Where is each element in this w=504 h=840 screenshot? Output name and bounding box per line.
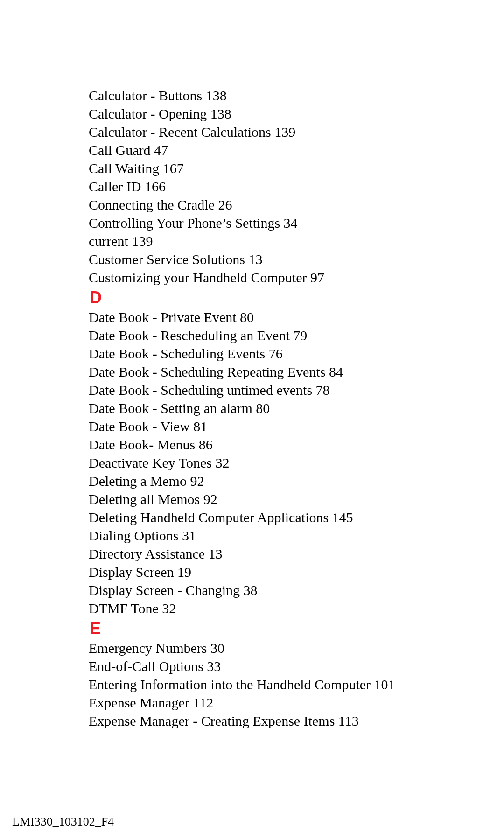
index-entry-page: 13: [209, 546, 223, 561]
index-entry-page: 38: [244, 582, 258, 598]
index-entry-text: Display Screen - Changing: [89, 582, 240, 598]
index-entry: Display Screen - Changing 38: [89, 581, 457, 599]
index-entry-text: Display Screen: [89, 564, 174, 580]
index-entry: Date Book - Scheduling Repeating Events …: [89, 363, 457, 381]
index-entry-page: 78: [316, 382, 330, 398]
index-entry-text: Date Book - Rescheduling an Event: [89, 328, 290, 343]
index-entry-page: 92: [190, 473, 204, 489]
index-entry-page: 101: [374, 677, 395, 692]
index-entry-text: DTMF Tone: [89, 601, 159, 616]
index-entry-text: Call Waiting: [89, 161, 159, 176]
index-entry: Connecting the Cradle 26: [89, 196, 457, 214]
index-entry-page: 80: [256, 400, 270, 416]
index-entry-page: 47: [154, 142, 168, 158]
index-entry-text: Date Book - Scheduling untimed events: [89, 382, 312, 398]
section-header: E: [90, 618, 457, 639]
index-entry-text: Dialing Options: [89, 528, 179, 543]
index-entry: Display Screen 19: [89, 563, 457, 581]
index-page: Calculator - Buttons 138Calculator - Ope…: [0, 0, 504, 840]
index-entry-text: Customer Service Solutions: [89, 252, 245, 267]
index-entry: Expense Manager 112: [89, 693, 457, 712]
index-entry: DTMF Tone 32: [89, 599, 457, 617]
index-entry-page: 31: [182, 528, 196, 543]
index-entry: Deleting a Memo 92: [89, 472, 457, 490]
index-entry-page: 145: [332, 510, 353, 525]
index-entry: Calculator - Recent Calculations 139: [89, 123, 457, 141]
index-entry-page: 138: [206, 88, 227, 103]
index-entry-text: Date Book- Menus: [89, 437, 195, 452]
index-entry: Calculator - Buttons 138: [89, 86, 457, 105]
index-entry: Expense Manager - Creating Expense Items…: [89, 712, 457, 730]
index-entry-text: Calculator - Buttons: [89, 88, 202, 103]
index-entry-page: 139: [132, 233, 153, 249]
index-entry-page: 19: [177, 564, 191, 580]
index-entry-text: Expense Manager: [89, 695, 189, 710]
index-entry-page: 30: [210, 640, 224, 656]
index-entry: Deleting all Memos 92: [89, 490, 457, 508]
index-entry-text: End-of-Call Options: [89, 658, 203, 674]
index-entry-page: 76: [269, 346, 283, 361]
index-entry-page: 166: [145, 179, 166, 194]
index-entry: Calculator - Opening 138: [89, 105, 457, 123]
index-entry: Date Book - View 81: [89, 417, 457, 435]
index-entry-text: Entering Information into the Handheld C…: [89, 677, 371, 692]
index-entry: Date Book - Rescheduling an Event 79: [89, 326, 457, 344]
index-entry: Date Book - Setting an alarm 80: [89, 399, 457, 417]
index-entry-text: Call Guard: [89, 142, 150, 158]
index-entry-text: Expense Manager - Creating Expense Items: [89, 713, 335, 728]
index-entry-page: 113: [338, 713, 359, 728]
index-entry-page: 34: [284, 215, 298, 231]
index-entry-text: Customizing your Handheld Computer: [89, 270, 307, 285]
index-entry: Caller ID 166: [89, 177, 457, 196]
index-entry-text: Date Book - Scheduling Events: [89, 346, 265, 361]
index-entry: Call Waiting 167: [89, 159, 457, 177]
index-entry-text: Date Book - Setting an alarm: [89, 400, 252, 416]
index-entry: Emergency Numbers 30: [89, 639, 457, 657]
index-entry-text: Date Book - View: [89, 419, 190, 434]
index-entry-text: Deleting a Memo: [89, 473, 187, 489]
index-entry-text: Connecting the Cradle: [89, 197, 215, 212]
index-entry-page: 139: [274, 124, 295, 140]
index-entry: Controlling Your Phone’s Settings 34: [89, 214, 457, 232]
index-entry-text: Deleting all Memos: [89, 491, 200, 507]
index-entry: Customizing your Handheld Computer 97: [89, 268, 457, 287]
index-entry-page: 79: [293, 328, 307, 343]
index-entry-text: Calculator - Opening: [89, 106, 207, 121]
index-entry-text: Caller ID: [89, 179, 141, 194]
index-entry-page: 84: [329, 364, 343, 379]
index-entry: Directory Assistance 13: [89, 545, 457, 563]
index-entry: Date Book - Private Event 80: [89, 308, 457, 326]
index-content: Calculator - Buttons 138Calculator - Ope…: [89, 86, 457, 730]
index-entry-page: 112: [193, 695, 213, 710]
index-entry-page: 97: [310, 270, 324, 285]
index-entry: End-of-Call Options 33: [89, 657, 457, 675]
index-entry-text: Directory Assistance: [89, 546, 205, 561]
index-entry: Date Book - Scheduling untimed events 78: [89, 381, 457, 399]
section-header: D: [90, 287, 457, 308]
index-entry-page: 167: [163, 161, 184, 176]
index-entry-text: Deactivate Key Tones: [89, 455, 212, 470]
index-entry: Deleting Handheld Computer Applications …: [89, 508, 457, 526]
index-entry-text: current: [89, 233, 128, 249]
index-entry-page: 92: [203, 491, 217, 507]
index-entry: Deactivate Key Tones 32: [89, 454, 457, 472]
index-entry: current 139: [89, 232, 457, 250]
index-entry-page: 13: [248, 252, 262, 267]
index-entry-page: 26: [218, 197, 232, 212]
index-entry: Date Book - Scheduling Events 76: [89, 344, 457, 363]
index-entry: Call Guard 47: [89, 141, 457, 159]
index-entry: Dialing Options 31: [89, 526, 457, 545]
index-entry: Customer Service Solutions 13: [89, 250, 457, 268]
index-entry-page: 86: [199, 437, 213, 452]
index-entry-text: Calculator - Recent Calculations: [89, 124, 271, 140]
index-entry-page: 138: [210, 106, 231, 121]
index-entry-text: Emergency Numbers: [89, 640, 207, 656]
index-entry-page: 32: [162, 601, 176, 616]
index-entry-text: Deleting Handheld Computer Applications: [89, 510, 329, 525]
index-entry: Date Book- Menus 86: [89, 435, 457, 454]
index-entry-text: Date Book - Scheduling Repeating Events: [89, 364, 325, 379]
index-entry-page: 32: [215, 455, 229, 470]
index-entry: Entering Information into the Handheld C…: [89, 675, 457, 693]
index-entry-text: Controlling Your Phone’s Settings: [89, 215, 280, 231]
footer-text: LMI330_103102_F4: [12, 815, 114, 829]
